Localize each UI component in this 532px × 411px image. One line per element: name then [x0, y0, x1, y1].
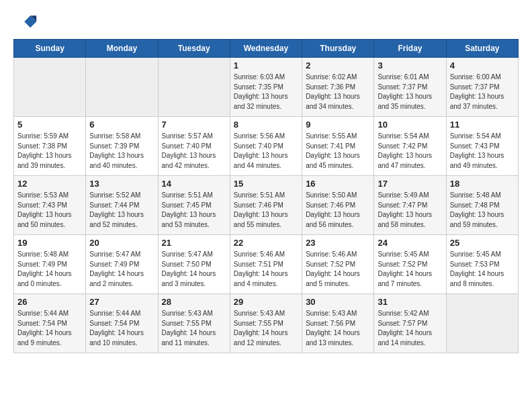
calendar-cell: 21Sunrise: 5:47 AMSunset: 7:50 PMDayligh…: [158, 235, 230, 294]
calendar-cell: [446, 294, 518, 353]
calendar-cell: 24Sunrise: 5:45 AMSunset: 7:52 PMDayligh…: [374, 235, 446, 294]
calendar-cell: 16Sunrise: 5:50 AMSunset: 7:46 PMDayligh…: [302, 176, 374, 235]
day-number: 10: [378, 120, 442, 130]
day-number: 1: [234, 60, 298, 71]
calendar-cell: 7Sunrise: 5:57 AMSunset: 7:40 PMDaylight…: [158, 117, 230, 176]
day-info: Sunrise: 5:49 AMSunset: 7:47 PMDaylight:…: [378, 191, 442, 230]
calendar-cell: 30Sunrise: 5:43 AMSunset: 7:56 PMDayligh…: [302, 294, 374, 353]
day-number: 7: [162, 120, 226, 130]
calendar-body: 1Sunrise: 6:03 AMSunset: 7:35 PMDaylight…: [14, 58, 519, 353]
day-number: 14: [162, 179, 226, 189]
day-number: 27: [89, 297, 154, 307]
day-number: 13: [89, 179, 154, 189]
day-info: Sunrise: 5:52 AMSunset: 7:44 PMDaylight:…: [89, 191, 154, 230]
day-info: Sunrise: 5:55 AMSunset: 7:41 PMDaylight:…: [306, 132, 370, 171]
calendar-cell: 20Sunrise: 5:47 AMSunset: 7:49 PMDayligh…: [86, 235, 158, 294]
day-number: 16: [306, 179, 370, 189]
day-number: 23: [306, 238, 370, 248]
day-info: Sunrise: 5:43 AMSunset: 7:55 PMDaylight:…: [234, 309, 298, 348]
day-number: 3: [378, 60, 442, 71]
day-info: Sunrise: 5:44 AMSunset: 7:54 PMDaylight:…: [17, 309, 82, 348]
day-info: Sunrise: 5:56 AMSunset: 7:40 PMDaylight:…: [234, 132, 298, 171]
day-info: Sunrise: 5:58 AMSunset: 7:39 PMDaylight:…: [89, 132, 154, 171]
day-number: 17: [378, 179, 442, 189]
day-info: Sunrise: 5:45 AMSunset: 7:53 PMDaylight:…: [450, 250, 515, 289]
day-info: Sunrise: 5:54 AMSunset: 7:42 PMDaylight:…: [378, 132, 442, 171]
day-info: Sunrise: 5:48 AMSunset: 7:48 PMDaylight:…: [450, 191, 515, 230]
day-info: Sunrise: 5:57 AMSunset: 7:40 PMDaylight:…: [162, 132, 226, 171]
calendar-cell: 4Sunrise: 6:00 AMSunset: 7:37 PMDaylight…: [446, 58, 518, 117]
calendar-cell: 12Sunrise: 5:53 AMSunset: 7:43 PMDayligh…: [14, 176, 86, 235]
page-header: [13, 11, 519, 35]
day-number: 28: [162, 297, 226, 307]
weekday-header: Wednesday: [230, 40, 302, 58]
calendar-cell: 28Sunrise: 5:43 AMSunset: 7:55 PMDayligh…: [158, 294, 230, 353]
day-info: Sunrise: 5:46 AMSunset: 7:52 PMDaylight:…: [306, 250, 370, 289]
day-number: 15: [234, 179, 298, 189]
day-number: 29: [234, 297, 298, 307]
day-info: Sunrise: 5:44 AMSunset: 7:54 PMDaylight:…: [89, 309, 154, 348]
day-number: 31: [378, 297, 442, 307]
calendar-cell: 31Sunrise: 5:42 AMSunset: 7:57 PMDayligh…: [374, 294, 446, 353]
day-info: Sunrise: 5:51 AMSunset: 7:46 PMDaylight:…: [234, 191, 298, 230]
calendar-week-row: 26Sunrise: 5:44 AMSunset: 7:54 PMDayligh…: [14, 294, 519, 353]
calendar-cell: 5Sunrise: 5:59 AMSunset: 7:38 PMDaylight…: [14, 117, 86, 176]
day-number: 18: [450, 179, 515, 189]
calendar-week-row: 12Sunrise: 5:53 AMSunset: 7:43 PMDayligh…: [14, 176, 519, 235]
day-number: 19: [17, 238, 82, 248]
calendar-cell: 3Sunrise: 6:01 AMSunset: 7:37 PMDaylight…: [374, 58, 446, 117]
calendar-cell: 23Sunrise: 5:46 AMSunset: 7:52 PMDayligh…: [302, 235, 374, 294]
calendar-cell: 6Sunrise: 5:58 AMSunset: 7:39 PMDaylight…: [86, 117, 158, 176]
calendar-cell: 18Sunrise: 5:48 AMSunset: 7:48 PMDayligh…: [446, 176, 518, 235]
day-info: Sunrise: 6:03 AMSunset: 7:35 PMDaylight:…: [234, 73, 298, 111]
day-info: Sunrise: 5:47 AMSunset: 7:50 PMDaylight:…: [162, 250, 226, 289]
day-info: Sunrise: 5:50 AMSunset: 7:46 PMDaylight:…: [306, 191, 370, 230]
day-info: Sunrise: 5:47 AMSunset: 7:49 PMDaylight:…: [89, 250, 154, 289]
calendar-cell: 14Sunrise: 5:51 AMSunset: 7:45 PMDayligh…: [158, 176, 230, 235]
calendar-cell: 17Sunrise: 5:49 AMSunset: 7:47 PMDayligh…: [374, 176, 446, 235]
day-number: 5: [17, 120, 82, 130]
calendar-cell: 22Sunrise: 5:46 AMSunset: 7:51 PMDayligh…: [230, 235, 302, 294]
day-number: 25: [450, 238, 515, 248]
calendar-cell: [14, 58, 86, 117]
day-number: 9: [306, 120, 370, 130]
weekday-row: SundayMondayTuesdayWednesdayThursdayFrid…: [14, 40, 519, 58]
day-info: Sunrise: 6:02 AMSunset: 7:36 PMDaylight:…: [306, 73, 370, 111]
weekday-header: Tuesday: [158, 40, 230, 58]
day-number: 30: [306, 297, 370, 307]
day-number: 26: [17, 297, 82, 307]
day-number: 11: [450, 120, 515, 130]
day-number: 2: [306, 60, 370, 71]
day-number: 24: [378, 238, 442, 248]
calendar-cell: 29Sunrise: 5:43 AMSunset: 7:55 PMDayligh…: [230, 294, 302, 353]
day-info: Sunrise: 5:54 AMSunset: 7:43 PMDaylight:…: [450, 132, 515, 171]
calendar-week-row: 1Sunrise: 6:03 AMSunset: 7:35 PMDaylight…: [14, 58, 519, 117]
calendar-header: SundayMondayTuesdayWednesdayThursdayFrid…: [14, 40, 519, 58]
day-number: 22: [234, 238, 298, 248]
day-info: Sunrise: 5:51 AMSunset: 7:45 PMDaylight:…: [162, 191, 226, 230]
logo-icon: [13, 11, 38, 35]
calendar-cell: 25Sunrise: 5:45 AMSunset: 7:53 PMDayligh…: [446, 235, 518, 294]
weekday-header: Saturday: [446, 40, 518, 58]
day-info: Sunrise: 5:42 AMSunset: 7:57 PMDaylight:…: [378, 309, 442, 348]
day-info: Sunrise: 5:46 AMSunset: 7:51 PMDaylight:…: [234, 250, 298, 289]
day-info: Sunrise: 6:01 AMSunset: 7:37 PMDaylight:…: [378, 73, 442, 111]
day-number: 20: [89, 238, 154, 248]
day-info: Sunrise: 5:59 AMSunset: 7:38 PMDaylight:…: [17, 132, 82, 171]
calendar-cell: 8Sunrise: 5:56 AMSunset: 7:40 PMDaylight…: [230, 117, 302, 176]
day-info: Sunrise: 5:48 AMSunset: 7:49 PMDaylight:…: [17, 250, 82, 289]
day-info: Sunrise: 5:45 AMSunset: 7:52 PMDaylight:…: [378, 250, 442, 289]
day-info: Sunrise: 5:53 AMSunset: 7:43 PMDaylight:…: [17, 191, 82, 230]
weekday-header: Friday: [374, 40, 446, 58]
calendar-cell: [158, 58, 230, 117]
calendar-cell: 13Sunrise: 5:52 AMSunset: 7:44 PMDayligh…: [86, 176, 158, 235]
calendar-cell: [86, 58, 158, 117]
calendar-cell: 27Sunrise: 5:44 AMSunset: 7:54 PMDayligh…: [86, 294, 158, 353]
calendar-cell: 10Sunrise: 5:54 AMSunset: 7:42 PMDayligh…: [374, 117, 446, 176]
weekday-header: Thursday: [302, 40, 374, 58]
day-number: 8: [234, 120, 298, 130]
day-number: 12: [17, 179, 82, 189]
calendar-cell: 1Sunrise: 6:03 AMSunset: 7:35 PMDaylight…: [230, 58, 302, 117]
day-info: Sunrise: 6:00 AMSunset: 7:37 PMDaylight:…: [450, 73, 515, 111]
day-info: Sunrise: 5:43 AMSunset: 7:56 PMDaylight:…: [306, 309, 370, 348]
